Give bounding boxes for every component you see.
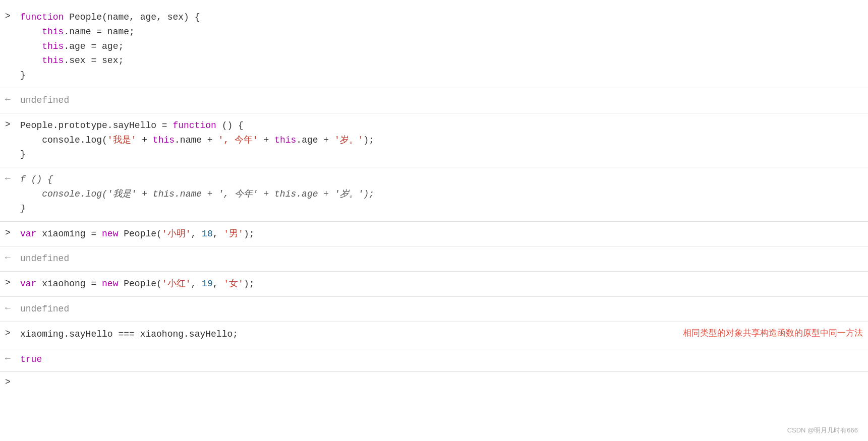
code-compare: xiaoming.sayHello === xiaohong.sayHello; [20, 327, 643, 342]
arrow-left-3: ← [5, 251, 20, 263]
input-line-3: > var xiaoming = new People('小明', 18, '男… [0, 226, 868, 242]
output-undefined-4: undefined [20, 302, 863, 317]
block-output-4: ← undefined [0, 297, 868, 322]
output-undefined-3: undefined [20, 251, 863, 266]
arrow-right-3: > [5, 227, 20, 238]
block-output-5: ← true [0, 347, 868, 372]
arrow-left-4: ← [5, 302, 20, 313]
output-true: true [20, 352, 863, 367]
input-line-2: > People.prototype.sayHello = function (… [0, 117, 868, 163]
block-output-1: ← undefined [0, 88, 868, 113]
arrow-right-2: > [5, 118, 20, 130]
console-container: > function People(name, age, sex) { this… [0, 0, 868, 441]
output-f-block: f () { console.log('我是' + this.name + ',… [20, 172, 863, 216]
arrow-right-5: > [5, 327, 20, 338]
arrow-right-4: > [5, 277, 20, 288]
arrow-left-1: ← [5, 93, 20, 104]
arrow-right-1: > [5, 10, 20, 21]
block-output-2: ← f () { console.log('我是' + this.name + … [0, 167, 868, 221]
block-compare: > xiaoming.sayHello === xiaohong.sayHell… [0, 322, 868, 347]
block-prototype: > People.prototype.sayHello = function (… [0, 113, 868, 167]
block-xiaohong: > var xiaohong = new People('小红', 19, '女… [0, 272, 868, 297]
input-line-5: > xiaoming.sayHello === xiaohong.sayHell… [0, 326, 868, 343]
comment-shared-method: 相同类型的对象共享构造函数的原型中同一方法 [683, 327, 863, 339]
output-line-1: ← undefined [0, 92, 868, 109]
final-prompt: > [0, 372, 868, 391]
code-prototype: People.prototype.sayHello = function () … [20, 118, 863, 162]
input-line-1: > function People(name, age, sex) { this… [0, 9, 868, 84]
output-undefined-1: undefined [20, 93, 863, 108]
block-function-people: > function People(name, age, sex) { this… [0, 5, 868, 88]
block-output-3: ← undefined [0, 246, 868, 272]
arrow-left-5: ← [5, 352, 20, 363]
arrow-left-2: ← [5, 172, 20, 183]
code-xiaohong: var xiaohong = new People('小红', 19, '女')… [20, 277, 863, 291]
watermark: CSDN @明月几时有666 [787, 426, 858, 435]
output-line-4: ← undefined [0, 301, 868, 318]
arrow-right-final: > [5, 376, 20, 387]
code-xiaoming: var xiaoming = new People('小明', 18, '男')… [20, 227, 863, 241]
output-line-3: ← undefined [0, 250, 868, 267]
output-line-5: ← true [0, 351, 868, 368]
output-line-2: ← f () { console.log('我是' + this.name + … [0, 171, 868, 217]
block-xiaoming: > var xiaoming = new People('小明', 18, '男… [0, 222, 868, 247]
code-function-people: function People(name, age, sex) { this.n… [20, 10, 863, 83]
input-line-4: > var xiaohong = new People('小红', 19, '女… [0, 276, 868, 292]
